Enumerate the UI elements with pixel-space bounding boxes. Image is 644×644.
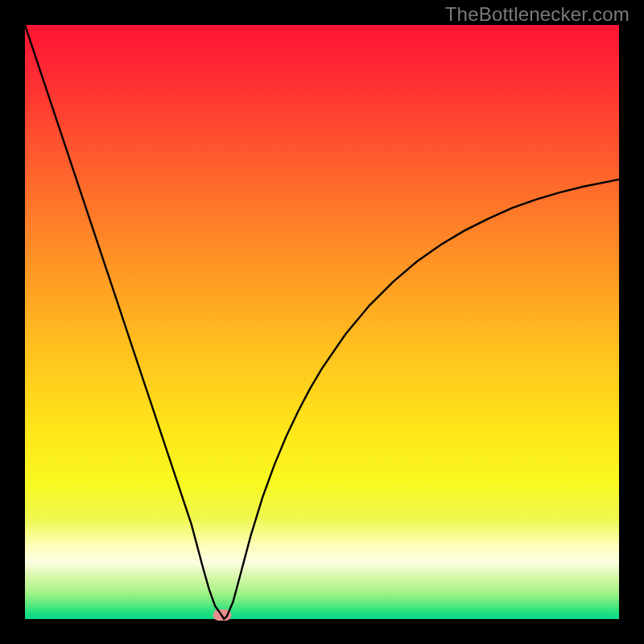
chart-frame: TheBottlenecker.com: [0, 0, 644, 644]
watermark-text: TheBottlenecker.com: [445, 3, 630, 26]
bottleneck-chart: [0, 0, 644, 644]
plot-background: [25, 25, 619, 619]
